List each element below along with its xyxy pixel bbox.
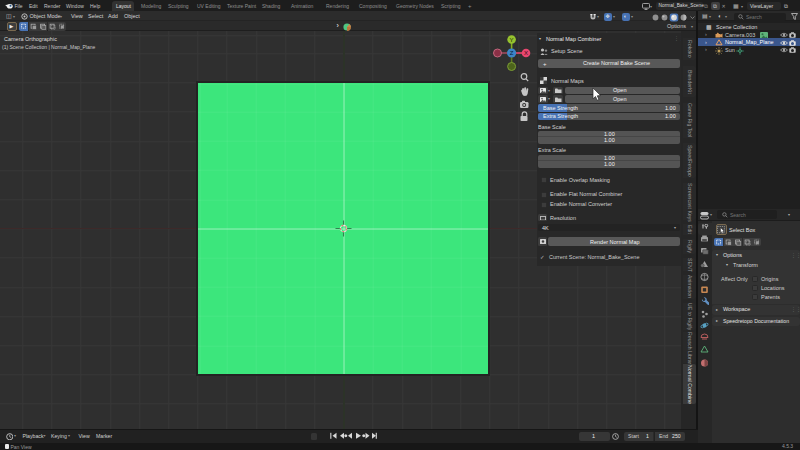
svg-text:Z: Z (510, 50, 514, 56)
svg-text:X: X (524, 50, 528, 56)
svg-text:Y: Y (510, 37, 514, 43)
